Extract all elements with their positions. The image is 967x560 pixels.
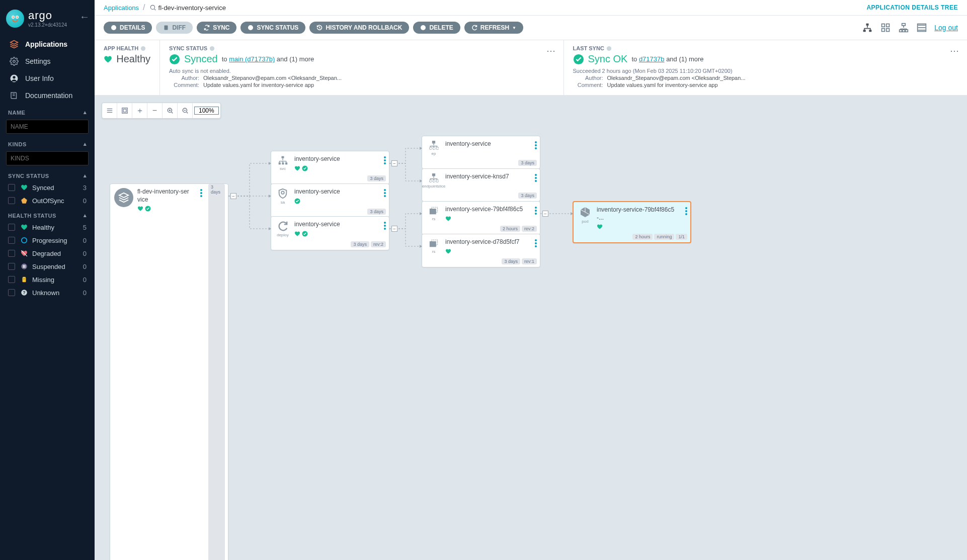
- collapse-toggle[interactable]: −: [391, 160, 397, 166]
- resource-node-rs2[interactable]: rs inventory-service-d78d5fcf7 3 daysrev…: [422, 234, 540, 267]
- heart-icon: [104, 54, 112, 65]
- delete-button[interactable]: DELETE: [413, 22, 460, 34]
- name-filter-input[interactable]: [6, 120, 89, 134]
- svg-marker-56: [119, 193, 128, 198]
- collapse-toggle[interactable]: −: [391, 226, 397, 232]
- svg-marker-4: [11, 41, 18, 45]
- nav-settings[interactable]: Settings: [0, 53, 95, 70]
- tree-canvas[interactable]: ＋ − 100% fl-dev-inventory-service 3 days…: [95, 96, 967, 560]
- view-network-icon[interactable]: [898, 22, 909, 33]
- nav-applications[interactable]: Applications: [0, 36, 95, 53]
- checkbox[interactable]: [8, 263, 15, 270]
- resource-node-es[interactable]: endpointslice inventory-service-knsd7 3 …: [422, 168, 540, 202]
- deploy-icon: deploy: [275, 221, 290, 237]
- svg-rect-13: [25, 265, 26, 268]
- status-icon: [20, 183, 28, 192]
- nav-user-info[interactable]: User Info: [0, 70, 95, 87]
- view-list-icon[interactable]: [916, 22, 927, 33]
- help-icon: [606, 46, 612, 51]
- svg-rect-28: [887, 24, 890, 27]
- collapse-toggle[interactable]: −: [230, 193, 236, 199]
- node-menu-icon[interactable]: [535, 140, 537, 150]
- layers-icon: [8, 40, 20, 49]
- node-menu-icon[interactable]: [384, 188, 386, 198]
- sync-status-card: ⋯ SYNC STATUS Synced to main (d71737b) a…: [160, 40, 564, 95]
- status-icon: [20, 223, 28, 231]
- history-button[interactable]: HISTORY AND ROLLBACK: [309, 22, 409, 34]
- node-menu-icon[interactable]: [685, 206, 687, 216]
- resource-node-pod[interactable]: pod inventory-service-79bf4f86c5-... 2 h…: [573, 201, 691, 243]
- book-icon: [8, 91, 20, 100]
- filter-sync-header[interactable]: SYNC STATUS▴: [0, 167, 95, 181]
- node-menu-icon[interactable]: [200, 188, 202, 198]
- filter-row[interactable]: ?Unknown0: [0, 286, 95, 299]
- card-menu-icon[interactable]: ⋯: [546, 45, 556, 56]
- checkbox[interactable]: [8, 250, 15, 257]
- filter-row[interactable]: Progressing0: [0, 234, 95, 247]
- nav-documentation[interactable]: Documentation: [0, 87, 95, 104]
- node-menu-icon[interactable]: [384, 155, 386, 165]
- svg-point-18: [150, 5, 154, 9]
- collapse-sidebar-icon[interactable]: ←: [79, 11, 90, 23]
- sidebar: argo v2.13.2+dc43124 ← Applications Sett…: [0, 0, 95, 560]
- svg-point-22: [248, 25, 253, 30]
- check-circle-icon: [573, 54, 584, 65]
- node-menu-icon[interactable]: [535, 173, 537, 183]
- filter-name-header[interactable]: NAME▴: [0, 104, 95, 118]
- help-icon: [140, 46, 146, 51]
- filter-row[interactable]: Healthy5: [0, 221, 95, 234]
- resource-node-app[interactable]: fl-dev-inventory-service 3 days: [110, 183, 228, 560]
- chevron-up-icon: ▴: [84, 212, 87, 219]
- logout-link[interactable]: Log out: [934, 24, 958, 32]
- details-button[interactable]: DETAILS: [104, 22, 152, 34]
- view-pods-icon[interactable]: [880, 22, 891, 33]
- resource-node-ep[interactable]: ep inventory-service 3 days: [422, 136, 540, 169]
- svg-rect-29: [882, 29, 885, 32]
- filter-row[interactable]: OutOfSync0: [0, 194, 95, 207]
- sync-button[interactable]: SYNC: [197, 22, 236, 34]
- filter-row[interactable]: Degraded0: [0, 247, 95, 260]
- checkbox[interactable]: [8, 197, 15, 204]
- filter-row[interactable]: Synced3: [0, 181, 95, 194]
- refresh-button[interactable]: REFRESH▼: [464, 22, 523, 34]
- breadcrumb-root[interactable]: Applications: [104, 4, 139, 12]
- svg-rect-73: [436, 180, 438, 182]
- node-menu-icon[interactable]: [535, 238, 537, 248]
- branch-link[interactable]: main (d71737b): [229, 55, 275, 63]
- filter-kinds-header[interactable]: KINDS▴: [0, 136, 95, 149]
- rev-link[interactable]: d71737b: [639, 55, 665, 63]
- status-row: APP HEALTH Healthy ⋯ SYNC STATUS Synced …: [95, 40, 967, 96]
- sa-icon: sa: [275, 188, 290, 205]
- svg-rect-32: [900, 30, 902, 32]
- node-menu-icon[interactable]: [384, 221, 386, 231]
- svg-point-5: [13, 60, 16, 63]
- resource-node-deploy[interactable]: deploy inventory-service 3 daysrev:2: [271, 216, 389, 250]
- checkbox[interactable]: [8, 184, 15, 191]
- resource-node-sa[interactable]: sa inventory-service 3 days: [271, 183, 389, 218]
- checkbox[interactable]: [8, 289, 15, 296]
- checkbox[interactable]: [8, 237, 15, 244]
- sync-status-button[interactable]: SYNC STATUS: [240, 22, 305, 34]
- checkbox[interactable]: [8, 224, 15, 231]
- filter-health-header[interactable]: HEALTH STATUS▴: [0, 207, 95, 221]
- svc-icon: svc: [275, 155, 290, 171]
- status-icon: [20, 197, 28, 205]
- view-tree-icon[interactable]: [862, 22, 873, 33]
- svg-rect-67: [430, 147, 432, 149]
- diff-button[interactable]: DIFF: [156, 22, 193, 34]
- chevron-up-icon: ▴: [84, 141, 87, 147]
- node-menu-icon[interactable]: [535, 206, 537, 216]
- filter-row[interactable]: Suspended0: [0, 260, 95, 273]
- svg-rect-72: [433, 180, 435, 182]
- kinds-filter-input[interactable]: [6, 151, 89, 165]
- filter-row[interactable]: Missing0: [0, 273, 95, 286]
- user-icon: [8, 74, 20, 83]
- resource-node-rs1[interactable]: rs inventory-service-79bf4f86c5 2 hoursr…: [422, 201, 540, 235]
- resource-node-svc[interactable]: svc inventory-service 3 days: [271, 151, 389, 184]
- checkbox[interactable]: [8, 276, 15, 283]
- svg-rect-21: [165, 26, 168, 30]
- card-menu-icon[interactable]: ⋯: [950, 45, 960, 56]
- collapse-toggle[interactable]: −: [542, 211, 548, 217]
- svg-rect-59: [279, 162, 281, 164]
- status-icon: ?: [20, 289, 28, 297]
